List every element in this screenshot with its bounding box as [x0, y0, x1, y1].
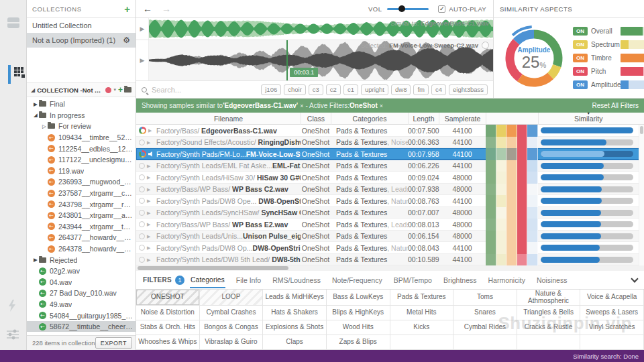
search-tag[interactable]: fm [413, 84, 429, 95]
category-cell[interactable]: Pads & Textures [390, 290, 454, 306]
aspect-on-toggle[interactable]: ON [573, 54, 588, 62]
collection-item[interactable]: Not a Loop (Imported) (1)⚙ [27, 33, 136, 48]
col-samplerate[interactable]: Samplerate [439, 113, 486, 125]
tree-folder[interactable]: ▷For review [27, 121, 136, 132]
aspect-weight-bar[interactable] [621, 54, 644, 62]
table-row[interactable]: ▶Factory/Synth Leads/Unis...Unison Pulse… [136, 231, 644, 243]
filter-tab[interactable]: Brightness [443, 272, 478, 288]
tree-caret-icon[interactable]: ▶ [32, 257, 39, 263]
aspect-on-toggle[interactable]: ON [573, 40, 588, 49]
back-button[interactable]: ← [143, 3, 152, 14]
table-row[interactable]: ▶Factory/Synth Pads/DW8 Op...DW8-OpenStr… [136, 242, 644, 254]
vertical-scrollbar[interactable] [639, 125, 644, 265]
row-play-icon[interactable]: ▶ [147, 257, 150, 262]
category-cell[interactable]: Hats & Shakers [263, 306, 327, 320]
row-play-icon[interactable]: ▶ [147, 198, 150, 203]
tree-file[interactable]: ←54084__guitarguy1985__civild... [27, 310, 136, 321]
category-cell[interactable]: Nature & Athmospheric [517, 290, 581, 306]
row-play-icon[interactable]: ▶ [147, 187, 150, 192]
export-button[interactable]: EXPORT [95, 337, 132, 349]
category-cell[interactable]: Vibraslap & Guiro [200, 335, 264, 350]
tree-file[interactable]: ←04.wav [27, 277, 136, 288]
lightning-icon[interactable] [7, 300, 17, 312]
category-cell[interactable]: Stabs & Orch. Hits [136, 320, 200, 335]
filter-tab[interactable]: Note/Frequency [331, 272, 383, 288]
tree-folder[interactable]: ▶Rejected [27, 254, 136, 265]
search-tag[interactable]: c1 [343, 84, 358, 95]
aspect-weight-bar[interactable] [621, 27, 644, 36]
category-cell[interactable]: Cymbal Rides [453, 320, 517, 335]
play-selected-button[interactable]: ▶ [140, 57, 145, 64]
collection-tree-header[interactable]: ◢ COLLECTION - Not A Loo.. ▾ + [27, 82, 136, 97]
add-folder-button[interactable]: + [118, 85, 123, 95]
tree-file[interactable]: ←236993__mugwood__air-ra... [27, 176, 136, 188]
sliders-icon[interactable] [7, 329, 19, 340]
table-row[interactable]: Factory/Synth Pads/FM-Lo...FM-Voice-Low-… [136, 148, 644, 160]
search-tag[interactable]: eight3bass [449, 84, 488, 95]
col-class[interactable]: Class [301, 113, 331, 125]
reference-circle-icon[interactable] [482, 42, 489, 49]
horizontal-scroll-thumb[interactable] [138, 266, 288, 270]
aspect-on-toggle[interactable]: ON [573, 27, 588, 36]
dropdown-caret-icon[interactable]: ▾ [113, 87, 116, 93]
category-cell[interactable]: Bongos & Congas [200, 320, 264, 335]
search-tag[interactable]: c2 [326, 84, 341, 95]
aspect-on-toggle[interactable]: ON [573, 67, 588, 76]
remove-similarity-button[interactable]: × [300, 103, 303, 109]
category-cell[interactable]: Toms [453, 290, 517, 306]
search-tag[interactable]: j106 [261, 84, 281, 95]
search-tag[interactable]: upright [361, 84, 388, 95]
browser-grid-icon[interactable] [14, 67, 25, 78]
tree-folder[interactable]: ◢In progress [27, 110, 136, 121]
category-cell[interactable]: Leads & MidHiKeys [263, 290, 327, 306]
aspect-weight-bar[interactable] [621, 40, 644, 49]
archive-icon[interactable] [7, 17, 19, 28]
horizontal-scrollbar[interactable] [136, 265, 644, 271]
category-cell[interactable]: Explosions & Shots [263, 320, 327, 335]
tree-caret-icon[interactable]: ▶ [32, 101, 39, 107]
volume-slider[interactable] [387, 8, 429, 10]
row-play-icon[interactable]: ▶ [147, 175, 150, 180]
category-cell[interactable]: Cracks & Rustle [517, 320, 581, 335]
category-cell[interactable]: Whooshes & Whips [136, 335, 200, 350]
tree-file[interactable]: ←264377__howardv__small-... [27, 232, 136, 243]
tree-file[interactable]: ←243944__xtrgamr__thank-y... [27, 221, 136, 233]
col-aspect-4[interactable] [517, 113, 528, 125]
table-row[interactable]: ▶Factory/Sound Effects/Acoustic/ Ringing… [136, 137, 644, 149]
filter-tab[interactable]: BPM/Tempo [393, 272, 433, 288]
tree-caret-icon[interactable]: ◢ [32, 112, 39, 118]
row-play-icon[interactable]: ▶ [147, 245, 150, 250]
folder-icon[interactable] [124, 87, 131, 93]
col-categories[interactable]: Categories [331, 113, 408, 125]
aspects-donut-chart[interactable]: Amplitude 25% [499, 23, 569, 93]
category-cell[interactable]: LOOP [200, 290, 264, 306]
table-row[interactable]: ▶Factory/Synth Leads/SyncHSaw/ SyncHSaw … [136, 207, 644, 219]
col-aspect-2[interactable] [496, 113, 507, 125]
col-length[interactable]: Length [408, 113, 439, 125]
filter-tab[interactable]: RMS/Loudness [272, 272, 321, 288]
search-input[interactable] [152, 86, 261, 94]
tree-file[interactable]: ←264378__howardv__crowd... [27, 243, 136, 255]
gear-icon[interactable]: ⚙ [123, 36, 130, 44]
search-tag[interactable]: dw8 [391, 84, 411, 95]
category-cell[interactable]: Metal Hits [390, 306, 454, 320]
remove-filter-button[interactable]: × [380, 103, 383, 109]
collapse-filters-chevron-icon[interactable] [631, 275, 638, 282]
tree-file[interactable]: ←243798__xtrgamr__rowdy-... [27, 198, 136, 210]
reset-all-filters-button[interactable]: Reset All Filters [592, 102, 639, 109]
aspect-weight-bar[interactable] [621, 80, 644, 89]
category-cell[interactable]: Bass & LowKeys [327, 290, 390, 306]
tree-folder[interactable]: ▶Final [27, 99, 136, 110]
forward-button[interactable]: → [162, 3, 171, 14]
category-cell[interactable]: Wood Hits [327, 320, 390, 335]
similar-waveform[interactable]: Similar to: EdgeoverBass-C1.wav [149, 18, 493, 40]
category-cell[interactable]: ONESHOT [136, 290, 200, 306]
row-play-icon[interactable]: ▶ [147, 164, 150, 168]
search-tag[interactable]: c4 [431, 84, 446, 95]
category-cell[interactable]: Cymbal Crashes [200, 306, 264, 320]
record-color-dot[interactable] [105, 87, 111, 93]
row-play-icon[interactable]: ▶ [147, 234, 150, 239]
row-play-icon[interactable]: ▶ [148, 128, 152, 133]
col-similarity[interactable]: ▼Similarity [538, 113, 639, 125]
col-aspect-1[interactable] [486, 113, 496, 125]
